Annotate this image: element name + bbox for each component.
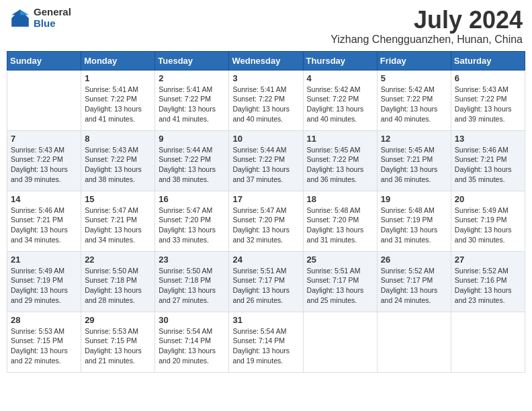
logo-blue-text: Blue: [34, 18, 71, 30]
day-number: 30: [159, 315, 225, 325]
cell-info: Sunrise: 5:46 AMSunset: 7:21 PMDaylight:…: [11, 205, 77, 245]
calendar-week-1: 1Sunrise: 5:41 AMSunset: 7:22 PMDaylight…: [7, 70, 525, 130]
day-header-tuesday: Tuesday: [155, 51, 229, 70]
cell-info: Sunrise: 5:42 AMSunset: 7:22 PMDaylight:…: [307, 85, 373, 124]
calendar-cell: 18Sunrise: 5:48 AMSunset: 7:20 PMDayligh…: [303, 191, 377, 251]
cell-info: Sunrise: 5:43 AMSunset: 7:22 PMDaylight:…: [11, 145, 77, 185]
cell-info: Sunrise: 5:41 AMSunset: 7:22 PMDaylight:…: [159, 85, 225, 124]
cell-info: Sunrise: 5:45 AMSunset: 7:22 PMDaylight:…: [307, 145, 373, 185]
day-number: 16: [159, 194, 225, 204]
calendar-cell: 15Sunrise: 5:47 AMSunset: 7:21 PMDayligh…: [81, 191, 155, 251]
day-number: 1: [85, 73, 151, 83]
day-number: 7: [11, 134, 77, 144]
day-number: 26: [381, 255, 447, 265]
cell-info: Sunrise: 5:43 AMSunset: 7:22 PMDaylight:…: [455, 85, 521, 124]
cell-info: Sunrise: 5:48 AMSunset: 7:20 PMDaylight:…: [307, 205, 373, 245]
calendar-cell: 20Sunrise: 5:49 AMSunset: 7:19 PMDayligh…: [451, 191, 525, 251]
calendar-cell: 8Sunrise: 5:43 AMSunset: 7:22 PMDaylight…: [81, 130, 155, 191]
calendar-week-4: 21Sunrise: 5:49 AMSunset: 7:19 PMDayligh…: [7, 251, 525, 312]
day-number: 23: [159, 255, 225, 265]
day-number: 14: [11, 194, 77, 204]
calendar-cell: 26Sunrise: 5:52 AMSunset: 7:17 PMDayligh…: [377, 251, 451, 312]
cell-info: Sunrise: 5:41 AMSunset: 7:22 PMDaylight:…: [85, 85, 151, 124]
day-number: 11: [307, 134, 373, 144]
calendar-cell: 7Sunrise: 5:43 AMSunset: 7:22 PMDaylight…: [7, 130, 81, 191]
calendar-cell: 1Sunrise: 5:41 AMSunset: 7:22 PMDaylight…: [81, 70, 155, 130]
cell-info: Sunrise: 5:53 AMSunset: 7:15 PMDaylight:…: [85, 326, 151, 366]
calendar-cell: [377, 312, 451, 372]
cell-info: Sunrise: 5:47 AMSunset: 7:21 PMDaylight:…: [85, 205, 151, 245]
calendar-cell: 21Sunrise: 5:49 AMSunset: 7:19 PMDayligh…: [7, 251, 81, 312]
cell-info: Sunrise: 5:52 AMSunset: 7:17 PMDaylight:…: [381, 266, 447, 306]
page-header: General Blue July 2024 Yizhang Chengguan…: [7, 7, 525, 46]
cell-info: Sunrise: 5:49 AMSunset: 7:19 PMDaylight:…: [11, 266, 77, 306]
cell-info: Sunrise: 5:44 AMSunset: 7:22 PMDaylight:…: [232, 145, 299, 185]
calendar-cell: 25Sunrise: 5:51 AMSunset: 7:17 PMDayligh…: [303, 251, 377, 312]
day-number: 18: [307, 194, 373, 204]
day-number: 27: [455, 255, 521, 265]
day-number: 25: [307, 255, 373, 265]
day-number: 3: [232, 73, 299, 83]
cell-info: Sunrise: 5:41 AMSunset: 7:22 PMDaylight:…: [232, 85, 299, 124]
calendar-cell: 17Sunrise: 5:47 AMSunset: 7:20 PMDayligh…: [229, 191, 303, 251]
calendar-cell: [451, 312, 525, 372]
day-header-saturday: Saturday: [451, 51, 525, 70]
day-header-sunday: Sunday: [7, 51, 81, 70]
cell-info: Sunrise: 5:51 AMSunset: 7:17 PMDaylight:…: [232, 266, 299, 306]
calendar-week-5: 28Sunrise: 5:53 AMSunset: 7:15 PMDayligh…: [7, 312, 525, 372]
calendar-cell: 13Sunrise: 5:46 AMSunset: 7:21 PMDayligh…: [451, 130, 525, 191]
calendar-cell: 11Sunrise: 5:45 AMSunset: 7:22 PMDayligh…: [303, 130, 377, 191]
calendar-cell: 28Sunrise: 5:53 AMSunset: 7:15 PMDayligh…: [7, 312, 81, 372]
calendar-body: 1Sunrise: 5:41 AMSunset: 7:22 PMDaylight…: [7, 70, 525, 372]
logo: General Blue: [9, 7, 71, 29]
calendar-cell: 6Sunrise: 5:43 AMSunset: 7:22 PMDaylight…: [451, 70, 525, 130]
day-number: 17: [232, 194, 299, 204]
day-number: 4: [307, 73, 373, 83]
cell-info: Sunrise: 5:47 AMSunset: 7:20 PMDaylight:…: [159, 205, 225, 245]
cell-info: Sunrise: 5:49 AMSunset: 7:19 PMDaylight:…: [455, 205, 521, 245]
day-header-monday: Monday: [81, 51, 155, 70]
day-header-friday: Friday: [377, 51, 451, 70]
calendar-cell: 10Sunrise: 5:44 AMSunset: 7:22 PMDayligh…: [229, 130, 303, 191]
day-number: 10: [232, 134, 299, 144]
days-of-week-row: SundayMondayTuesdayWednesdayThursdayFrid…: [7, 51, 525, 70]
cell-info: Sunrise: 5:42 AMSunset: 7:22 PMDaylight:…: [381, 85, 447, 124]
month-title: July 2024: [330, 7, 523, 34]
cell-info: Sunrise: 5:50 AMSunset: 7:18 PMDaylight:…: [85, 266, 151, 306]
calendar-cell: 12Sunrise: 5:45 AMSunset: 7:21 PMDayligh…: [377, 130, 451, 191]
calendar-cell: 29Sunrise: 5:53 AMSunset: 7:15 PMDayligh…: [81, 312, 155, 372]
cell-info: Sunrise: 5:45 AMSunset: 7:21 PMDaylight:…: [381, 145, 447, 185]
cell-info: Sunrise: 5:54 AMSunset: 7:14 PMDaylight:…: [159, 326, 225, 366]
location-title: Yizhang Chengguanzhen, Hunan, China: [330, 34, 523, 46]
calendar-cell: [303, 312, 377, 372]
calendar-cell: 23Sunrise: 5:50 AMSunset: 7:18 PMDayligh…: [155, 251, 229, 312]
day-number: 20: [455, 194, 521, 204]
calendar-week-3: 14Sunrise: 5:46 AMSunset: 7:21 PMDayligh…: [7, 191, 525, 251]
day-number: 28: [11, 315, 77, 325]
cell-info: Sunrise: 5:43 AMSunset: 7:22 PMDaylight:…: [85, 145, 151, 185]
calendar-cell: 5Sunrise: 5:42 AMSunset: 7:22 PMDaylight…: [377, 70, 451, 130]
cell-info: Sunrise: 5:46 AMSunset: 7:21 PMDaylight:…: [455, 145, 521, 185]
day-number: 9: [159, 134, 225, 144]
calendar-header: SundayMondayTuesdayWednesdayThursdayFrid…: [7, 51, 525, 70]
day-number: 13: [455, 134, 521, 144]
cell-info: Sunrise: 5:44 AMSunset: 7:22 PMDaylight:…: [159, 145, 225, 185]
cell-info: Sunrise: 5:50 AMSunset: 7:18 PMDaylight:…: [159, 266, 225, 306]
logo-text: General Blue: [34, 7, 71, 29]
day-number: 6: [455, 73, 521, 83]
day-number: 2: [159, 73, 225, 83]
calendar-table: SundayMondayTuesdayWednesdayThursdayFrid…: [7, 51, 525, 373]
day-number: 29: [85, 315, 151, 325]
cell-info: Sunrise: 5:52 AMSunset: 7:16 PMDaylight:…: [455, 266, 521, 306]
calendar-cell: 4Sunrise: 5:42 AMSunset: 7:22 PMDaylight…: [303, 70, 377, 130]
calendar-cell: 3Sunrise: 5:41 AMSunset: 7:22 PMDaylight…: [229, 70, 303, 130]
logo-icon: [9, 7, 31, 29]
logo-general-text: General: [34, 7, 71, 18]
cell-info: Sunrise: 5:54 AMSunset: 7:14 PMDaylight:…: [232, 326, 299, 366]
day-header-thursday: Thursday: [303, 51, 377, 70]
calendar-cell: 16Sunrise: 5:47 AMSunset: 7:20 PMDayligh…: [155, 191, 229, 251]
calendar-cell: 30Sunrise: 5:54 AMSunset: 7:14 PMDayligh…: [155, 312, 229, 372]
calendar-cell: 19Sunrise: 5:48 AMSunset: 7:19 PMDayligh…: [377, 191, 451, 251]
cell-info: Sunrise: 5:51 AMSunset: 7:17 PMDaylight:…: [307, 266, 373, 306]
day-number: 21: [11, 255, 77, 265]
